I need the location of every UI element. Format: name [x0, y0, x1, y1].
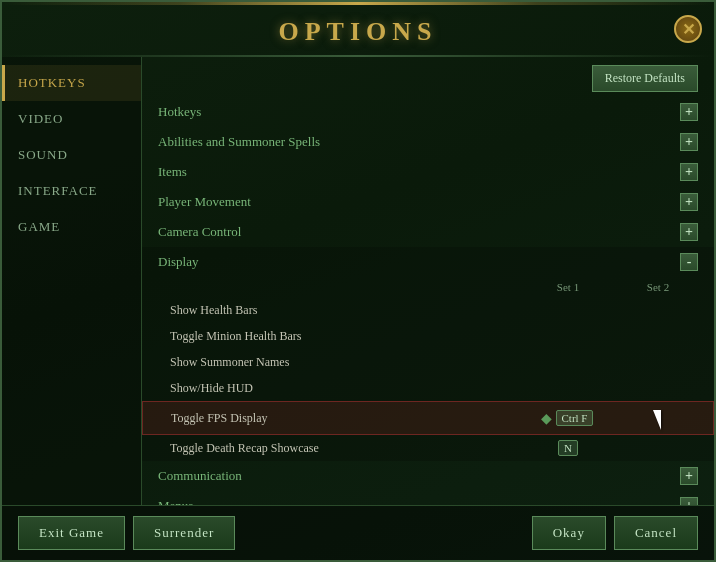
hotkey-toggle-death-recap-set1[interactable]: N [518, 440, 618, 456]
expand-camera-control-btn[interactable]: + [680, 223, 698, 241]
section-hotkeys-label: Hotkeys [158, 104, 201, 120]
sidebar-item-sound[interactable]: SOUND [2, 137, 141, 173]
section-camera-control-label: Camera Control [158, 224, 241, 240]
content-area: Restore Defaults Hotkeys + Abilities and… [142, 57, 714, 505]
section-player-movement-label: Player Movement [158, 194, 251, 210]
cursor-icon [653, 410, 661, 430]
section-abilities[interactable]: Abilities and Summoner Spells + [142, 127, 714, 157]
bottom-bar: Exit Game Surrender Okay Cancel [2, 505, 714, 560]
title-bar: OPTIONS ✕ [2, 5, 714, 55]
hotkey-toggle-fps-set2[interactable] [617, 406, 697, 430]
section-display-expanded: Display - Set 1 Set 2 Show Health Bars [142, 247, 714, 461]
columns-header: Set 1 Set 2 [142, 277, 714, 297]
section-items[interactable]: Items + [142, 157, 714, 187]
options-window: OPTIONS ✕ HOTKEYS VIDEO SOUND INTERFACE … [0, 0, 716, 562]
sidebar-item-game[interactable]: GAME [2, 209, 141, 245]
sidebar: HOTKEYS VIDEO SOUND INTERFACE GAME [2, 57, 142, 505]
hotkey-toggle-fps-set1[interactable]: ◆ Ctrl F [517, 410, 617, 427]
expand-items-btn[interactable]: + [680, 163, 698, 181]
fps-key-badge: Ctrl F [556, 410, 594, 426]
section-hotkeys[interactable]: Hotkeys + [142, 97, 714, 127]
expand-abilities-btn[interactable]: + [680, 133, 698, 151]
section-camera-control[interactable]: Camera Control + [142, 217, 714, 247]
hotkey-row-toggle-death-recap: Toggle Death Recap Showcase N [142, 435, 714, 461]
expand-display-btn[interactable]: - [680, 253, 698, 271]
col-set2-label: Set 2 [618, 281, 698, 293]
hotkey-show-health-bars-label: Show Health Bars [170, 303, 518, 318]
death-recap-key-badge: N [558, 440, 578, 456]
hotkey-row-show-health-bars: Show Health Bars [142, 297, 714, 323]
main-content: HOTKEYS VIDEO SOUND INTERFACE GAME Resto… [2, 57, 714, 505]
hotkey-toggle-death-recap-label: Toggle Death Recap Showcase [170, 441, 518, 456]
sidebar-item-video[interactable]: VIDEO [2, 101, 141, 137]
expand-menus-btn[interactable]: + [680, 497, 698, 505]
hotkey-show-summoner-label: Show Summoner Names [170, 355, 518, 370]
hotkey-row-toggle-fps: Toggle FPS Display ◆ Ctrl F [142, 401, 714, 435]
section-communication[interactable]: Communication + [142, 461, 714, 491]
section-display[interactable]: Display - [142, 247, 714, 277]
diamond-icon: ◆ [541, 410, 552, 427]
surrender-button[interactable]: Surrender [133, 516, 235, 550]
hotkey-row-show-summoner-names: Show Summoner Names [142, 349, 714, 375]
close-button[interactable]: ✕ [674, 15, 702, 43]
section-items-label: Items [158, 164, 187, 180]
sidebar-item-interface[interactable]: INTERFACE [2, 173, 141, 209]
window-title: OPTIONS [278, 17, 437, 46]
section-abilities-label: Abilities and Summoner Spells [158, 134, 320, 150]
cancel-button[interactable]: Cancel [614, 516, 698, 550]
hotkey-toggle-minion-label: Toggle Minion Health Bars [170, 329, 518, 344]
sidebar-item-hotkeys[interactable]: HOTKEYS [2, 65, 141, 101]
hotkey-show-hide-hud-label: Show/Hide HUD [170, 381, 518, 396]
exit-game-button[interactable]: Exit Game [18, 516, 125, 550]
expand-player-movement-btn[interactable]: + [680, 193, 698, 211]
hotkey-row-show-hide-hud: Show/Hide HUD [142, 375, 714, 401]
section-menus[interactable]: Menus + [142, 491, 714, 505]
restore-defaults-button[interactable]: Restore Defaults [592, 65, 698, 92]
hotkey-row-toggle-minion-health: Toggle Minion Health Bars [142, 323, 714, 349]
expand-hotkeys-btn[interactable]: + [680, 103, 698, 121]
section-menus-label: Menus [158, 498, 193, 505]
section-display-label: Display [158, 254, 198, 270]
okay-button[interactable]: Okay [532, 516, 606, 550]
section-communication-label: Communication [158, 468, 242, 484]
sections-list: Hotkeys + Abilities and Summoner Spells … [142, 57, 714, 505]
expand-communication-btn[interactable]: + [680, 467, 698, 485]
hotkey-toggle-fps-label: Toggle FPS Display [171, 411, 517, 426]
col-set1-label: Set 1 [518, 281, 618, 293]
section-player-movement[interactable]: Player Movement + [142, 187, 714, 217]
